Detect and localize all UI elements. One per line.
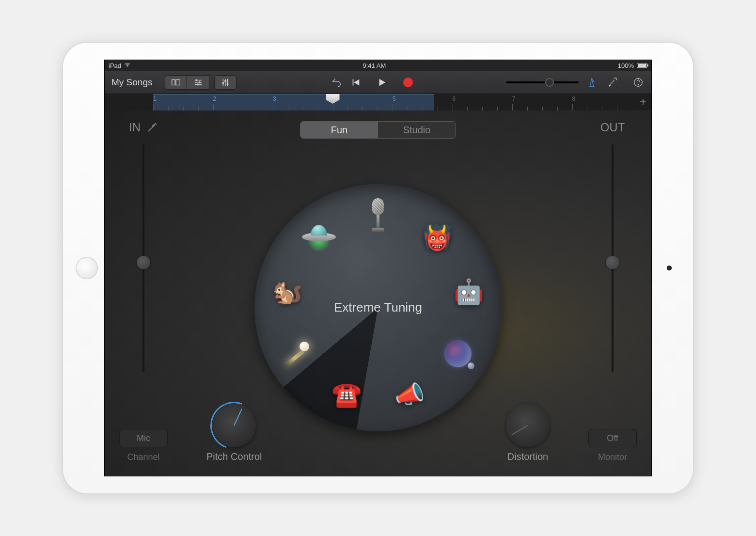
voice-gold-mic[interactable] [279, 334, 317, 373]
track-controls-button[interactable] [214, 75, 236, 90]
ruler-bar-number: 2 [213, 95, 217, 102]
toolbar: My Songs [105, 71, 651, 94]
settings-button[interactable] [605, 75, 621, 90]
ruler-bar-number: 7 [512, 95, 516, 102]
wheel-center-label: Extreme Tuning [327, 300, 429, 315]
voice-megaphone[interactable]: 📣 [390, 375, 429, 414]
mode-segment: Fun Studio [300, 121, 456, 139]
pitch-knob-group: Pitch Control [206, 404, 262, 462]
svg-point-14 [227, 83, 229, 85]
status-bar: iPad 9:41 AM 100% [105, 60, 651, 71]
svg-point-8 [197, 84, 199, 85]
svg-point-13 [225, 80, 226, 81]
out-label: OUT [600, 121, 625, 134]
metronome-button[interactable] [583, 75, 600, 90]
help-button[interactable] [630, 75, 646, 90]
voice-microphone[interactable] [359, 196, 397, 235]
voice-monster[interactable]: 👹 [418, 218, 457, 257]
voice-robot[interactable]: 🤖 [449, 272, 488, 311]
input-column: IN [119, 120, 168, 372]
clock-label: 9:41 AM [363, 62, 386, 69]
svg-point-12 [223, 82, 224, 84]
my-songs-button[interactable]: My Songs [110, 77, 154, 88]
screen: iPad 9:41 AM 100% My Songs [104, 60, 652, 476]
voice-telephone[interactable]: ☎️ [327, 375, 366, 414]
mode-studio-tab[interactable]: Studio [378, 122, 456, 138]
pitch-knob-label: Pitch Control [206, 451, 262, 462]
mode-fun-tab[interactable]: Fun [300, 122, 378, 138]
wifi-icon [124, 62, 131, 69]
record-button[interactable] [402, 77, 414, 88]
browser-view-button[interactable] [165, 75, 187, 90]
input-jack-icon [146, 122, 158, 133]
monitor-button[interactable]: Off [588, 429, 637, 447]
battery-icon [637, 63, 647, 68]
svg-point-21 [638, 84, 638, 84]
battery-pct-label: 100% [618, 62, 634, 69]
voice-wheel[interactable]: Extreme Tuning 👹🤖📣☎️🐿️ [254, 184, 502, 431]
monitor-group: Off Monitor [588, 429, 637, 462]
input-level-slider[interactable] [142, 144, 144, 372]
distortion-knob-label: Distortion [507, 451, 548, 462]
channel-button[interactable]: Mic [119, 429, 168, 447]
output-column: OUT [588, 120, 637, 372]
go-to-start-button[interactable] [350, 77, 362, 88]
svg-point-0 [127, 66, 128, 67]
svg-line-17 [610, 80, 614, 84]
svg-rect-2 [176, 79, 180, 85]
channel-group: Mic Channel [119, 429, 168, 462]
master-volume-slider[interactable] [506, 81, 579, 83]
home-button[interactable] [76, 257, 98, 279]
undo-button[interactable] [329, 75, 345, 90]
tracks-view-button[interactable] [187, 75, 209, 90]
svg-point-6 [196, 79, 197, 81]
svg-rect-1 [172, 79, 175, 85]
voice-squirrel[interactable]: 🐿️ [268, 272, 307, 311]
ruler-bar-number: 8 [572, 95, 576, 102]
timeline-ruler[interactable]: 12345678 + [105, 94, 651, 110]
ruler-bar-number: 3 [273, 95, 276, 102]
ruler-bar-number: 1 [153, 95, 157, 102]
ipad-frame: iPad 9:41 AM 100% My Songs [63, 43, 693, 493]
voice-ufo[interactable] [299, 218, 338, 257]
voice-bubble[interactable] [439, 334, 477, 373]
channel-label: Channel [127, 452, 159, 462]
main-area: IN OUT [105, 110, 651, 476]
pitch-control-knob[interactable] [212, 404, 256, 447]
add-section-button[interactable]: + [640, 96, 646, 108]
carrier-label: iPad [109, 62, 121, 69]
ruler-bar-number: 5 [393, 95, 396, 102]
ruler-bar-number: 6 [453, 95, 456, 102]
in-label: IN [129, 121, 141, 134]
play-button[interactable] [376, 77, 388, 88]
monitor-label: Monitor [598, 452, 627, 462]
distortion-knob[interactable] [506, 404, 550, 447]
camera-icon [667, 266, 672, 270]
svg-point-7 [199, 81, 200, 83]
output-level-slider[interactable] [612, 144, 614, 372]
distortion-knob-group: Distortion [506, 404, 550, 462]
